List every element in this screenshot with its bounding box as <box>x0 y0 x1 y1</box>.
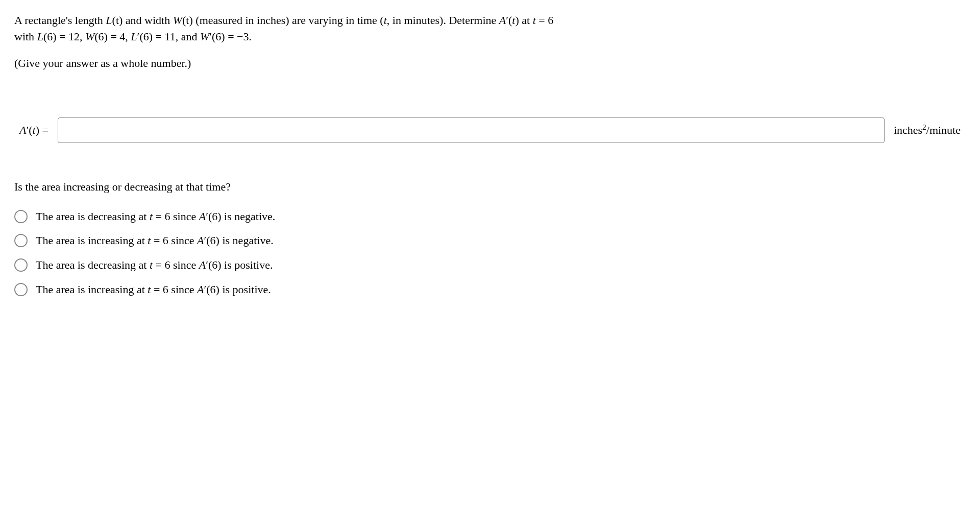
option-row[interactable]: The area is increasing at t = 6 since A′… <box>14 232 966 249</box>
answer-input[interactable] <box>58 117 885 143</box>
text: ′(6) is negative. <box>206 210 275 223</box>
text: ′(6) is negative. <box>204 234 273 247</box>
text: The area is increasing at <box>36 283 148 296</box>
text: = 6 since <box>151 234 197 247</box>
var-W: W <box>173 14 182 27</box>
text: (t) <box>182 14 193 27</box>
var-Lp: L <box>131 30 137 43</box>
var-L: L <box>106 14 112 27</box>
text: A rectangle's length <box>14 14 106 27</box>
answer-row: A′(t) = inches2/minute <box>14 117 966 143</box>
option-row[interactable]: The area is decreasing at t = 6 since A′… <box>14 257 966 273</box>
unit-post: /minute <box>926 124 961 136</box>
instruction-text: (Give your answer as a whole number.) <box>14 55 966 72</box>
text: = 6 since <box>153 210 199 223</box>
radio-button[interactable] <box>14 283 28 296</box>
text: and width <box>122 14 173 27</box>
text: ′( <box>506 14 512 27</box>
text: The area is decreasing at <box>36 258 150 271</box>
text: ) = <box>36 124 48 136</box>
text: ′(6) = −3. <box>209 30 252 43</box>
var-A: A <box>197 283 204 296</box>
var-Wp: W <box>200 30 209 43</box>
text: , in minutes). Determine <box>387 14 499 27</box>
text: ′(6) = 11, and <box>137 30 200 43</box>
unit-sup: 2 <box>922 123 926 131</box>
var-W: W <box>85 30 94 43</box>
var-L: L <box>37 30 43 43</box>
option-label: The area is increasing at t = 6 since A′… <box>36 232 274 249</box>
option-label: The area is increasing at t = 6 since A′… <box>36 281 271 298</box>
text: (t) <box>112 14 123 27</box>
text: ) at <box>515 14 532 27</box>
text: (6) = 4, <box>94 30 131 43</box>
problem-statement: A rectangle's length L(t) and width W(t)… <box>14 12 966 45</box>
option-label: The area is decreasing at t = 6 since A′… <box>36 257 273 273</box>
answer-label: A′(t) = <box>14 122 48 138</box>
var-A: A <box>199 210 206 223</box>
var-A: A <box>199 258 206 271</box>
text: (measured in inches) are varying in time… <box>193 14 384 27</box>
option-row[interactable]: The area is increasing at t = 6 since A′… <box>14 281 966 298</box>
text: ′( <box>26 124 32 136</box>
var-A: A <box>197 234 204 247</box>
radio-button[interactable] <box>14 234 28 247</box>
option-label: The area is decreasing at t = 6 since A′… <box>36 208 275 225</box>
unit-pre: inches <box>894 124 922 136</box>
text: with <box>14 30 37 43</box>
radio-button[interactable] <box>14 210 28 223</box>
option-row[interactable]: The area is decreasing at t = 6 since A′… <box>14 208 966 225</box>
radio-button[interactable] <box>14 258 28 272</box>
text: = 6 since <box>153 258 199 271</box>
var-A: A <box>19 124 26 136</box>
text: The area is increasing at <box>36 234 148 247</box>
answer-unit: inches2/minute <box>894 122 966 138</box>
text: = 6 <box>536 14 553 27</box>
options-group: The area is decreasing at t = 6 since A′… <box>14 208 966 298</box>
text: ′(6) is positive. <box>206 258 273 271</box>
text: The area is decreasing at <box>36 210 150 223</box>
var-A: A <box>499 14 506 27</box>
text: = 6 since <box>151 283 197 296</box>
followup-question: Is the area increasing or decreasing at … <box>14 179 966 195</box>
text: ′(6) is positive. <box>204 283 271 296</box>
text: (6) = 12, <box>43 30 85 43</box>
